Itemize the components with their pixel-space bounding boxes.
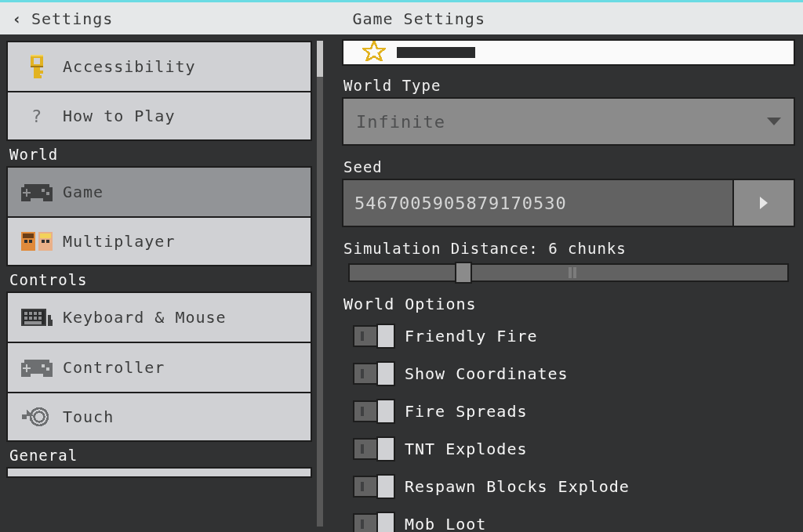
toggle-friendly-fire[interactable]: Friendly Fire xyxy=(353,321,795,351)
sidebar-scrollbar[interactable] xyxy=(317,41,323,527)
sidebar-item-label: Accessibility xyxy=(63,57,196,76)
svg-rect-27 xyxy=(34,312,37,315)
svg-point-45 xyxy=(35,412,45,422)
toggle-label: TNT Explodes xyxy=(405,440,528,458)
sidebar-item-label: Controller xyxy=(63,358,165,377)
toggle-show-coordinates[interactable]: Show Coordinates xyxy=(353,359,795,389)
sidebar-item-controller[interactable]: Controller xyxy=(6,342,312,392)
seed-label: Seed xyxy=(343,158,795,176)
toggle-label: Fire Spreads xyxy=(405,402,528,421)
sidebar-item-partial[interactable] xyxy=(6,467,312,478)
sidebar: Accessibility ? How to Play World xyxy=(6,41,312,532)
svg-rect-46 xyxy=(22,414,27,419)
keyboard-icon xyxy=(19,305,55,330)
chevron-right-icon xyxy=(760,197,768,209)
svg-point-44 xyxy=(31,408,48,425)
sidebar-group-controls: Controls xyxy=(9,271,312,288)
sidebar-item-multiplayer[interactable]: Multiplayer xyxy=(6,216,312,266)
svg-rect-39 xyxy=(43,372,53,377)
sidebar-item-game[interactable]: Game xyxy=(6,166,312,216)
svg-rect-6 xyxy=(31,66,43,67)
toggle-tnt-explodes[interactable]: TNT Explodes xyxy=(353,434,795,464)
sidebar-item-label: Multiplayer xyxy=(63,232,175,251)
star-icon xyxy=(362,41,386,65)
world-options-label: World Options xyxy=(343,295,795,313)
svg-rect-18 xyxy=(29,240,32,243)
toggle-switch[interactable] xyxy=(353,476,394,498)
chevron-down-icon xyxy=(767,118,781,125)
svg-marker-47 xyxy=(363,41,385,61)
sidebar-group-world: World xyxy=(9,146,312,163)
svg-rect-1 xyxy=(34,58,40,64)
svg-rect-5 xyxy=(38,75,42,78)
svg-rect-16 xyxy=(23,233,34,238)
simulation-distance-slider[interactable] xyxy=(348,263,789,282)
sidebar-item-touch[interactable]: Touch xyxy=(6,392,312,442)
back-label[interactable]: Settings xyxy=(31,9,113,28)
toggle-switch[interactable] xyxy=(353,325,394,347)
key-icon xyxy=(19,54,55,79)
sidebar-item-accessibility[interactable]: Accessibility xyxy=(6,41,312,91)
toggle-label: Friendly Fire xyxy=(405,327,538,346)
slider-tick xyxy=(569,267,572,278)
svg-rect-34 xyxy=(48,315,51,320)
svg-rect-12 xyxy=(23,192,31,194)
sidebar-item-label: Game xyxy=(63,183,104,201)
svg-rect-22 xyxy=(46,240,49,243)
toggle-mob-loot[interactable]: Mob Loot xyxy=(353,509,795,532)
settings-panel: World Type Infinite Seed 546700590587917… xyxy=(328,34,803,532)
svg-rect-13 xyxy=(42,189,45,192)
svg-rect-35 xyxy=(48,320,53,326)
svg-rect-21 xyxy=(42,240,45,243)
question-icon: ? xyxy=(19,103,55,128)
svg-rect-41 xyxy=(23,367,31,369)
seed-picker-button[interactable] xyxy=(734,179,795,227)
svg-rect-17 xyxy=(24,240,27,243)
toggle-switch[interactable] xyxy=(353,513,394,532)
obscured-section-title xyxy=(397,47,475,58)
sidebar-item-label: Touch xyxy=(63,407,114,426)
svg-rect-42 xyxy=(42,364,45,367)
controller-icon xyxy=(19,179,55,204)
toggle-switch[interactable] xyxy=(353,438,394,460)
sidebar-item-keyboard-mouse[interactable]: Keyboard & Mouse xyxy=(6,291,312,342)
svg-rect-30 xyxy=(29,317,32,320)
slider-thumb[interactable] xyxy=(455,262,472,284)
seed-input[interactable]: 5467005905879170530 xyxy=(342,179,734,227)
toggle-label: Mob Loot xyxy=(405,515,486,532)
world-type-dropdown[interactable]: Infinite xyxy=(342,97,795,146)
toggle-fire-spreads[interactable]: Fire Spreads xyxy=(353,396,795,426)
world-type-label: World Type xyxy=(343,77,795,94)
svg-rect-10 xyxy=(43,197,53,201)
svg-rect-28 xyxy=(38,312,42,315)
svg-rect-32 xyxy=(38,317,42,320)
section-header-strip[interactable] xyxy=(342,39,795,66)
sidebar-scrollbar-thumb[interactable] xyxy=(317,41,323,77)
simulation-distance-label: Simulation Distance: 6 chunks xyxy=(343,240,795,257)
toggle-switch[interactable] xyxy=(353,363,394,385)
svg-rect-31 xyxy=(34,317,37,320)
svg-rect-37 xyxy=(24,360,49,363)
sidebar-item-label: How to Play xyxy=(63,107,175,125)
svg-rect-2 xyxy=(31,55,43,56)
svg-rect-25 xyxy=(24,312,27,315)
sidebar-item-label: Keyboard & Mouse xyxy=(63,308,227,327)
svg-rect-38 xyxy=(21,372,31,377)
svg-rect-9 xyxy=(21,197,31,201)
page-title: Game Settings xyxy=(113,9,803,28)
toggle-respawn-blocks-explode[interactable]: Respawn Blocks Explode xyxy=(353,472,795,501)
svg-rect-4 xyxy=(38,71,43,74)
world-type-value: Infinite xyxy=(356,112,445,132)
touch-icon xyxy=(19,404,55,429)
toggle-label: Respawn Blocks Explode xyxy=(405,477,630,496)
controller-icon xyxy=(19,355,55,380)
sidebar-item-how-to-play[interactable]: ? How to Play xyxy=(6,91,312,141)
svg-rect-43 xyxy=(46,367,49,371)
players-icon xyxy=(19,229,55,254)
toggle-label: Show Coordinates xyxy=(405,364,569,383)
back-chevron-icon[interactable]: ‹ xyxy=(8,9,27,28)
toggle-switch[interactable] xyxy=(353,400,394,422)
svg-rect-26 xyxy=(29,312,32,315)
seed-value: 5467005905879170530 xyxy=(354,194,567,213)
svg-rect-29 xyxy=(24,317,27,320)
